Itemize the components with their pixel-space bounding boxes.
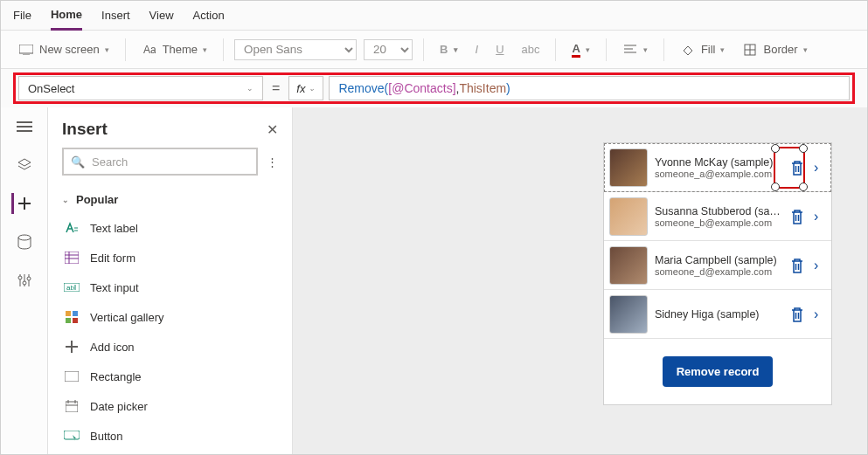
remove-record-button[interactable]: Remove record xyxy=(663,356,774,387)
chevron-right-icon[interactable]: › xyxy=(814,209,826,224)
theme-icon: Aa xyxy=(142,42,157,58)
rectangle-icon xyxy=(64,369,80,384)
insert-item-vertical-gallery[interactable]: Vertical gallery xyxy=(48,302,292,332)
chevron-down-icon: ▾ xyxy=(105,45,109,54)
more-icon[interactable]: ⋮ xyxy=(267,155,278,169)
property-label: OnSelect xyxy=(28,82,74,95)
font-color-icon: A xyxy=(572,42,580,58)
insert-item-date-picker[interactable]: Date picker xyxy=(48,391,292,421)
font-size-select[interactable]: 20 xyxy=(364,39,413,60)
add-icon-icon xyxy=(64,339,80,355)
insert-item-text-input[interactable]: abText input xyxy=(48,272,292,302)
item-label: Text label xyxy=(90,222,138,235)
settings-icon[interactable] xyxy=(14,270,35,291)
search-icon: 🔍 xyxy=(71,155,85,169)
group-popular-header[interactable]: ⌄ Popular xyxy=(48,186,292,213)
align-button[interactable]: ▾ xyxy=(617,38,653,61)
date-picker-icon xyxy=(64,398,80,414)
border-label: Border xyxy=(763,43,797,56)
underline-button[interactable]: U xyxy=(490,39,509,59)
svg-text:Aa: Aa xyxy=(143,44,156,56)
italic-button[interactable]: I xyxy=(470,39,484,59)
search-placeholder: Search xyxy=(92,155,128,169)
insert-item-add-icon[interactable]: Add icon xyxy=(48,332,292,362)
divider xyxy=(606,38,607,61)
contact-row[interactable]: Sidney Higa (sample) › xyxy=(604,290,831,339)
divider xyxy=(423,38,424,61)
button-icon xyxy=(64,428,80,444)
vertical-gallery-icon xyxy=(64,309,80,325)
strike-button[interactable]: abc xyxy=(517,39,545,59)
formula-input[interactable]: Remove( [@Contacts], ThisItem ) xyxy=(329,76,850,100)
layers-icon[interactable] xyxy=(14,155,35,176)
border-button[interactable]: Border ▾ xyxy=(737,38,812,61)
insert-panel: Insert ✕ 🔍 Search ⋮ ⌄ Popular Text label… xyxy=(48,107,293,454)
chevron-right-icon[interactable]: › xyxy=(814,258,826,273)
contact-row[interactable]: Yvonne McKay (sample) someone_a@example.… xyxy=(604,143,831,192)
insert-rail-icon[interactable] xyxy=(11,193,35,214)
menu-tab-action[interactable]: Action xyxy=(193,1,225,31)
menu-tab-file[interactable]: File xyxy=(13,1,31,31)
fx-label: fx xyxy=(296,82,305,95)
fill-button[interactable]: Fill ▾ xyxy=(675,38,731,61)
trash-icon[interactable] xyxy=(788,257,807,274)
svg-rect-23 xyxy=(65,252,79,264)
chevron-down-icon: ⌄ xyxy=(62,196,69,204)
search-input[interactable]: 🔍 Search xyxy=(62,148,258,176)
theme-button[interactable]: Aa Theme ▾ xyxy=(136,38,212,61)
new-screen-button[interactable]: New screen ▾ xyxy=(13,38,115,61)
divider xyxy=(555,38,556,61)
contact-row[interactable]: Susanna Stubberod (sample) someone_b@exa… xyxy=(604,192,831,241)
contact-email: someone_d@example.com xyxy=(655,266,781,277)
left-rail xyxy=(1,107,48,454)
close-icon[interactable]: ✕ xyxy=(267,121,278,138)
svg-point-18 xyxy=(18,276,22,279)
token-fn: Remove xyxy=(338,81,384,95)
insert-item-button[interactable]: Button xyxy=(48,421,292,451)
chevron-right-icon[interactable]: › xyxy=(814,160,826,176)
menu-tab-home[interactable]: Home xyxy=(51,1,82,31)
avatar xyxy=(609,246,648,285)
chevron-down-icon: ▾ xyxy=(720,45,725,54)
insert-panel-title: Insert xyxy=(62,120,108,139)
align-icon xyxy=(622,42,638,58)
menu-tab-insert[interactable]: Insert xyxy=(101,1,130,31)
contact-row[interactable]: Maria Campbell (sample) someone_d@exampl… xyxy=(604,241,831,290)
item-label: Vertical gallery xyxy=(90,311,164,324)
contact-name: Yvonne McKay (sample) xyxy=(655,156,781,169)
chevron-right-icon[interactable]: › xyxy=(814,307,826,322)
insert-item-rectangle[interactable]: Rectangle xyxy=(48,362,292,391)
ribbon: New screen ▾ Aa Theme ▾ Open Sans 20 B▾ … xyxy=(1,31,867,69)
chevron-down-icon: ▾ xyxy=(803,45,808,54)
trash-icon[interactable] xyxy=(788,306,807,323)
insert-item-text-label[interactable]: Text label xyxy=(48,213,292,243)
svg-point-14 xyxy=(18,235,31,240)
item-label: Text input xyxy=(90,281,139,294)
menu-tab-view[interactable]: View xyxy=(149,1,174,31)
chevron-down-icon: ▾ xyxy=(643,45,648,54)
svg-rect-41 xyxy=(64,431,80,439)
tree-view-icon[interactable] xyxy=(14,116,35,137)
app-preview: Yvonne McKay (sample) someone_a@example.… xyxy=(603,142,832,405)
fill-label: Fill xyxy=(701,43,716,56)
chevron-down-icon: ⌄ xyxy=(309,84,316,93)
screen-icon xyxy=(18,42,34,58)
bold-button[interactable]: B▾ xyxy=(434,39,462,59)
new-screen-label: New screen xyxy=(39,43,100,56)
font-color-button[interactable]: A ▾ xyxy=(566,38,594,61)
insert-item-edit-form[interactable]: Edit form xyxy=(48,243,292,272)
trash-icon[interactable] xyxy=(788,208,807,225)
canvas[interactable]: Yvonne McKay (sample) someone_a@example.… xyxy=(293,107,867,454)
data-icon[interactable] xyxy=(14,231,35,252)
svg-rect-37 xyxy=(66,402,78,412)
chevron-down-icon: ▾ xyxy=(203,45,207,54)
font-family-select[interactable]: Open Sans xyxy=(234,39,357,60)
property-selector[interactable]: OnSelect ⌄ xyxy=(18,76,263,100)
chevron-down-icon: ▾ xyxy=(586,45,590,54)
item-label: Button xyxy=(90,430,123,443)
item-label: Add icon xyxy=(90,341,135,354)
svg-rect-36 xyxy=(65,371,79,382)
fx-button[interactable]: fx ⌄ xyxy=(288,76,323,100)
divider xyxy=(223,38,224,61)
svg-rect-32 xyxy=(66,318,71,323)
